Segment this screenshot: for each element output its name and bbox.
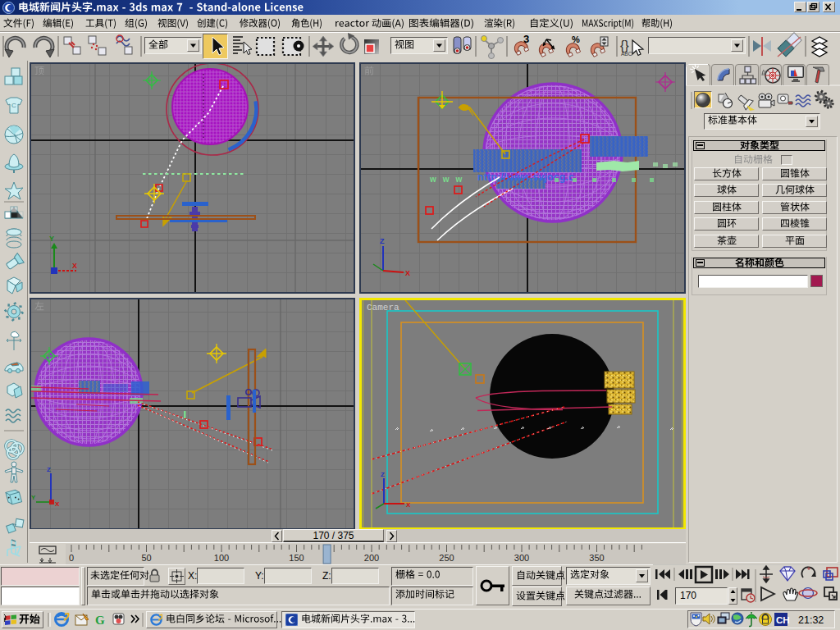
svg-text:350: 350 (589, 553, 604, 563)
svg-text:X: X (72, 262, 77, 270)
svg-text:0: 0 (69, 553, 74, 563)
svg-text:X: X (55, 500, 60, 508)
svg-text:Y: Y (31, 494, 36, 501)
svg-text:C: C (11, 102, 16, 109)
svg-text:ABC: ABC (621, 51, 632, 57)
svg-text:250: 250 (439, 553, 454, 563)
svg-text:3: 3 (523, 33, 529, 45)
svg-text:CH: CH (776, 615, 790, 625)
svg-text:Z: Z (381, 471, 385, 478)
svg-text:21:32: 21:32 (798, 614, 824, 626)
svg-text:300: 300 (514, 553, 529, 563)
svg-text:150: 150 (289, 553, 304, 563)
svg-text:%: % (572, 34, 580, 44)
svg-text:200: 200 (364, 553, 379, 563)
svg-text:Z: Z (380, 237, 385, 245)
svg-text:Camera: Camera (367, 303, 399, 313)
svg-text:www: www (429, 175, 468, 184)
svg-text:X: X (406, 501, 411, 509)
svg-text:X: X (405, 269, 410, 277)
svg-text:100: 100 (214, 553, 229, 563)
svg-text:50: 50 (141, 553, 151, 563)
svg-text:Y: Y (49, 235, 54, 243)
svg-text:Z: Z (47, 466, 51, 473)
svg-text:G: G (95, 614, 105, 627)
